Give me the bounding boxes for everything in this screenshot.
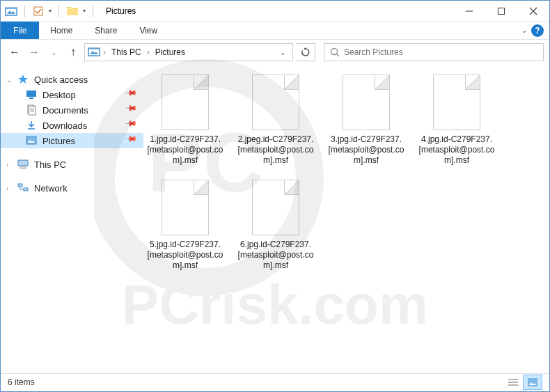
divider: [24, 5, 25, 17]
svg-point-12: [331, 49, 338, 55]
breadcrumb[interactable]: Pictures: [152, 47, 188, 57]
sidebar-item-label: Pictures: [42, 136, 75, 146]
file-item[interactable]: 4.jpg.id-C279F237.[metasploit@post.com].…: [418, 75, 496, 166]
file-item[interactable]: 1.jpg.id-C279F237.[metasploit@post.com].…: [146, 75, 224, 166]
folder-icon: [66, 5, 79, 17]
file-name: 4.jpg.id-C279F237.[metasploit@post.com].…: [418, 134, 496, 166]
file-name: 6.jpg.id-C279F237.[metasploit@post.com].…: [237, 240, 315, 271]
star-icon: [17, 74, 29, 85]
address-bar[interactable]: › This PC › Pictures ⌄: [84, 43, 293, 61]
svg-rect-3: [34, 7, 42, 15]
qat-dropdown-icon[interactable]: ▾: [49, 8, 52, 14]
tab-home[interactable]: Home: [39, 22, 84, 39]
sidebar-item-documents[interactable]: Documents 📌: [1, 102, 143, 118]
downloads-icon: [26, 120, 37, 131]
sidebar-item-pictures[interactable]: Pictures 📌: [1, 133, 143, 148]
file-name: 1.jpg.id-C279F237.[metasploit@post.com].…: [146, 134, 224, 166]
address-dropdown-icon[interactable]: ⌄: [276, 49, 290, 56]
sidebar-network[interactable]: › Network: [1, 180, 143, 196]
svg-rect-16: [29, 97, 33, 99]
chevron-right-icon[interactable]: ›: [6, 161, 8, 168]
qat-customize-icon[interactable]: ▾: [83, 8, 86, 14]
title-bar: ▾ ▾ Pictures: [1, 1, 549, 22]
navigation-bar: ← → ⌄ ↑ › This PC › Pictures ⌄: [1, 40, 549, 65]
file-item[interactable]: 2.jpeg.id-C279F237.[metasploit@post.com]…: [237, 75, 315, 166]
close-button[interactable]: [517, 1, 549, 22]
sidebar-this-pc[interactable]: › This PC: [1, 157, 143, 172]
divider: [58, 5, 59, 17]
breadcrumb[interactable]: This PC: [109, 47, 144, 57]
network-icon: [17, 182, 29, 194]
refresh-button[interactable]: [296, 43, 315, 61]
sidebar-item-label: Network: [34, 183, 68, 194]
expand-ribbon-icon[interactable]: ⌄: [521, 26, 527, 34]
svg-rect-32: [528, 378, 537, 386]
file-item[interactable]: 5.jpg.id-C279F237.[metasploit@post.com].…: [146, 180, 224, 271]
search-icon: [330, 47, 340, 57]
location-icon: [88, 47, 100, 58]
file-icon: [162, 180, 209, 235]
sidebar-item-label: Documents: [42, 105, 88, 116]
properties-button[interactable]: [32, 5, 45, 17]
tab-share[interactable]: Share: [84, 22, 128, 39]
sidebar-item-label: Quick access: [34, 75, 88, 85]
sidebar-item-label: This PC: [34, 159, 66, 170]
chevron-right-icon[interactable]: ›: [147, 47, 150, 57]
app-icon: [5, 5, 17, 17]
file-name: 3.jpg.id-C279F237.[metasploit@post.com].…: [327, 134, 405, 166]
search-box[interactable]: [324, 43, 544, 61]
file-icon: [252, 75, 299, 130]
search-input[interactable]: [344, 47, 537, 57]
sidebar-item-desktop[interactable]: Desktop 📌: [1, 87, 143, 102]
status-bar: 6 items: [1, 373, 549, 390]
pin-icon: 📌: [125, 132, 142, 150]
file-view[interactable]: 1.jpg.id-C279F237.[metasploit@post.com].…: [143, 65, 549, 373]
divider: [93, 5, 93, 17]
window-title: Pictures: [106, 6, 136, 16]
thumbnails-view-button[interactable]: [523, 375, 542, 390]
svg-rect-15: [26, 91, 36, 97]
recent-locations-icon[interactable]: ⌄: [45, 44, 62, 61]
sidebar-quick-access[interactable]: ⌄ Quick access: [1, 72, 143, 87]
back-button[interactable]: ←: [6, 44, 23, 61]
pin-icon: 📌: [125, 102, 142, 119]
svg-rect-25: [18, 160, 28, 166]
desktop-icon: [26, 89, 37, 100]
file-icon: [433, 75, 480, 130]
pin-icon: 📌: [125, 86, 142, 104]
help-icon[interactable]: ?: [531, 24, 544, 37]
svg-marker-14: [18, 75, 28, 84]
pictures-icon: [26, 135, 37, 146]
svg-rect-18: [29, 107, 36, 115]
sidebar-item-downloads[interactable]: Downloads 📌: [1, 118, 143, 133]
details-view-button[interactable]: [503, 375, 523, 390]
file-name: 5.jpg.id-C279F237.[metasploit@post.com].…: [146, 240, 224, 271]
chevron-right-icon[interactable]: ›: [103, 47, 106, 57]
item-count: 6 items: [8, 377, 35, 387]
file-icon: [343, 75, 390, 130]
file-item[interactable]: 3.jpg.id-C279F237.[metasploit@post.com].…: [327, 75, 405, 166]
file-name: 2.jpeg.id-C279F237.[metasploit@post.com]…: [237, 134, 315, 166]
file-icon: [252, 180, 299, 235]
svg-rect-26: [20, 166, 26, 168]
file-icon: [162, 75, 209, 130]
svg-line-13: [337, 54, 340, 57]
file-tab[interactable]: File: [1, 22, 39, 39]
svg-rect-28: [24, 188, 28, 191]
maximize-button[interactable]: [485, 1, 517, 22]
chevron-right-icon[interactable]: ›: [6, 185, 8, 192]
sidebar-item-label: Downloads: [42, 120, 87, 131]
svg-rect-27: [18, 184, 22, 187]
documents-icon: [26, 104, 37, 116]
chevron-down-icon[interactable]: ⌄: [6, 76, 12, 84]
file-item[interactable]: 6.jpg.id-C279F237.[metasploit@post.com].…: [237, 180, 315, 271]
forward-button[interactable]: →: [26, 44, 42, 61]
navigation-pane: ⌄ Quick access Desktop 📌 Documents 📌 Dow…: [1, 65, 143, 373]
up-button[interactable]: ↑: [65, 44, 81, 61]
minimize-button[interactable]: [453, 1, 485, 22]
pin-icon: 📌: [125, 117, 142, 134]
pc-icon: [17, 159, 29, 170]
svg-marker-11: [304, 47, 306, 50]
tab-view[interactable]: View: [128, 22, 168, 39]
sidebar-item-label: Desktop: [42, 90, 76, 100]
